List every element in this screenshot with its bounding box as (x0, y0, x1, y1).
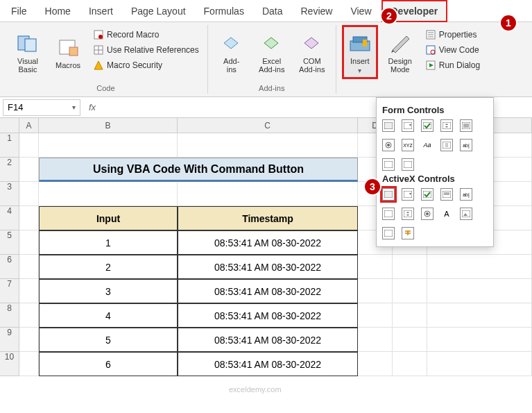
activex-image-icon[interactable] (460, 208, 472, 220)
row-header-7[interactable]: 7 (0, 279, 19, 303)
fx-icon[interactable]: fx (83, 102, 101, 112)
svg-marker-11 (264, 37, 278, 49)
svg-marker-16 (393, 36, 409, 53)
table-cell[interactable]: 08:53:41 AM 08-30-2022 (178, 279, 358, 303)
svg-point-55 (426, 212, 429, 215)
header-timestamp[interactable]: Timestamp (178, 206, 358, 230)
form-checkbox-icon[interactable] (421, 119, 434, 132)
svg-rect-46 (423, 191, 431, 198)
svg-rect-42 (404, 161, 412, 168)
header-input[interactable]: Input (39, 206, 178, 230)
properties-button[interactable]: Properties (422, 28, 483, 42)
activex-command-button-icon[interactable] (382, 188, 395, 201)
activex-checkbox-icon[interactable] (421, 188, 434, 201)
ribbon-tabs: File Home Insert Page Layout Formulas Da… (0, 0, 532, 22)
activex-toggle-icon[interactable] (382, 227, 395, 239)
col-header-B[interactable]: B (39, 118, 178, 133)
visual-basic-icon (15, 31, 40, 56)
callout-3: 3 (363, 178, 381, 196)
table-cell[interactable]: 08:53:41 AM 08-30-2022 (178, 255, 358, 279)
activex-combo-icon[interactable] (402, 188, 414, 201)
row-header-6[interactable]: 6 (0, 255, 19, 279)
row-header-2[interactable]: 2 (0, 158, 19, 182)
group-code-label: Code (96, 83, 114, 94)
form-spin-icon[interactable] (440, 119, 453, 132)
run-dialog-button[interactable]: Run Dialog (422, 58, 483, 72)
form-scrollbar-icon[interactable] (440, 139, 453, 151)
table-cell[interactable]: 4 (39, 303, 178, 328)
addins-label: Add- ins (223, 57, 239, 74)
activex-more-icon[interactable] (402, 227, 414, 239)
col-header-C[interactable]: C (178, 118, 358, 133)
col-header-A[interactable]: A (19, 118, 39, 133)
select-all-corner[interactable] (0, 118, 19, 133)
table-cell[interactable]: 08:53:41 AM 08-30-2022 (178, 303, 358, 328)
table-cell[interactable]: 1 (39, 230, 178, 255)
ribbon: Visual Basic Macros Record Macro Use Rel… (0, 22, 532, 97)
form-combo3-icon[interactable] (402, 158, 414, 171)
row-header-5[interactable]: 5 (0, 230, 19, 255)
title-cell[interactable]: Using VBA Code With Command Button (39, 158, 358, 182)
view-code-button[interactable]: View Code (422, 43, 483, 57)
table-cell[interactable]: 08:53:41 AM 08-30-2022 (178, 352, 358, 376)
design-mode-button[interactable]: Design Mode (382, 25, 418, 79)
tab-data[interactable]: Data (254, 1, 291, 21)
table-cell[interactable]: 08:53:41 AM 08-30-2022 (178, 230, 358, 255)
svg-point-5 (98, 35, 103, 39)
form-label-icon[interactable]: Aa (421, 139, 434, 151)
name-box[interactable]: F14 ▾ (3, 99, 80, 116)
addins-button[interactable]: Add- ins (214, 25, 250, 79)
table-cell[interactable]: 2 (39, 255, 178, 279)
form-combo-icon[interactable] (402, 119, 414, 132)
macro-security-button[interactable]: Macro Security (90, 58, 202, 72)
tab-home[interactable]: Home (37, 1, 79, 21)
table-cell[interactable]: 3 (39, 279, 178, 303)
insert-controls-button[interactable]: Insert ▾ (342, 25, 378, 79)
form-controls-icons: XYZ Aa ab| (382, 119, 488, 171)
form-button-icon[interactable] (382, 119, 395, 132)
row-header-3[interactable]: 3 (0, 182, 19, 206)
tab-page-layout[interactable]: Page Layout (123, 1, 194, 21)
form-textfield-icon[interactable]: ab| (460, 139, 472, 151)
run-dialog-icon (425, 60, 436, 71)
form-combo2-icon[interactable] (382, 158, 395, 171)
activex-spin-icon[interactable] (402, 208, 414, 220)
activex-option-icon[interactable] (421, 208, 434, 220)
row-header-10[interactable]: 10 (0, 352, 19, 376)
form-option-icon[interactable] (382, 139, 395, 151)
visual-basic-label: Visual Basic (17, 57, 38, 74)
activex-listbox-icon[interactable] (440, 188, 453, 201)
svg-marker-10 (224, 37, 238, 49)
row-header-9[interactable]: 9 (0, 328, 19, 352)
table-cell[interactable]: 08:53:41 AM 08-30-2022 (178, 328, 358, 352)
row-header-1[interactable]: 1 (0, 133, 19, 158)
use-relative-references-button[interactable]: Use Relative References (90, 43, 202, 57)
tab-file[interactable]: File (3, 1, 35, 21)
activex-label-icon[interactable]: A (440, 208, 453, 220)
tab-review[interactable]: Review (293, 1, 341, 21)
tab-view[interactable]: View (342, 1, 379, 21)
form-groupbox-icon[interactable]: XYZ (402, 139, 414, 151)
com-addins-button[interactable]: COM Add-ins (294, 25, 330, 79)
macros-button[interactable]: Macros (50, 25, 86, 79)
svg-rect-26 (384, 122, 393, 129)
activex-scrollbar-icon[interactable] (382, 208, 395, 220)
group-controls: Insert ▾ Design Mode Properties View Cod… (336, 25, 488, 94)
table-cell[interactable]: 5 (39, 328, 178, 352)
table-cell[interactable]: 6 (39, 352, 178, 376)
group-addins: Add- ins Excel Add-ins COM Add-ins Add-i… (208, 25, 336, 94)
excel-addins-button[interactable]: Excel Add-ins (254, 25, 290, 79)
svg-rect-27 (404, 122, 412, 129)
insert-controls-dropdown: Form Controls XYZ Aa ab| ActiveX Control… (376, 97, 494, 247)
row-header-4[interactable]: 4 (0, 206, 19, 230)
activex-textbox-icon[interactable]: ab| (460, 188, 472, 201)
tab-insert[interactable]: Insert (80, 1, 121, 21)
form-listbox-icon[interactable] (460, 119, 472, 132)
visual-basic-button[interactable]: Visual Basic (10, 25, 46, 79)
record-macro-icon (93, 29, 104, 40)
row-header-8[interactable]: 8 (0, 303, 19, 328)
activex-controls-heading: ActiveX Controls (382, 174, 488, 184)
record-macro-button[interactable]: Record Macro (90, 28, 202, 42)
activex-controls-icons: ab| A (382, 188, 488, 239)
tab-formulas[interactable]: Formulas (196, 1, 252, 21)
